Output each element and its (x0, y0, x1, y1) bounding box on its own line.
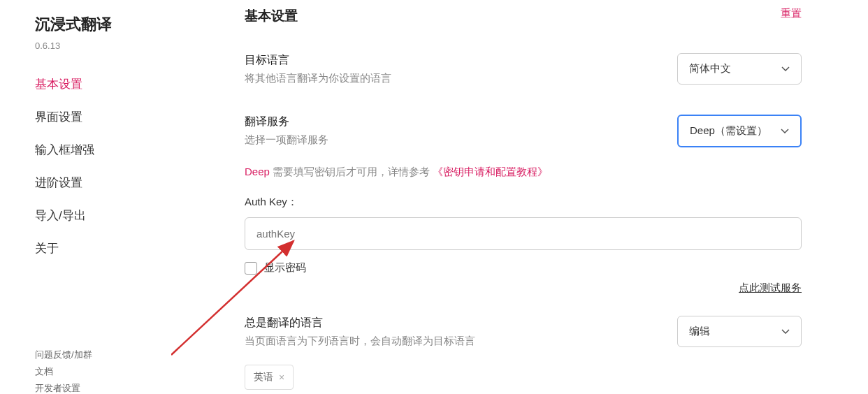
service-value: Deep（需设置） (690, 124, 767, 138)
service-info-text: 需要填写密钥后才可用，详情参考 (270, 166, 433, 177)
service-info-link[interactable]: 《密钥申请和配置教程》 (433, 166, 548, 177)
sidebar: 沉浸式翻译 0.6.13 基本设置 界面设置 输入框增强 进阶设置 导入/导出 … (0, 0, 217, 394)
nav-item-import-export[interactable]: 导入/导出 (35, 199, 217, 232)
service-desc: 选择一项翻译服务 (245, 133, 328, 147)
service-select[interactable]: Deep（需设置） (677, 115, 802, 147)
footer-links: 问题反馈/加群 文档 开发者设置 (35, 349, 217, 394)
footer-feedback[interactable]: 问题反馈/加群 (35, 349, 217, 361)
target-lang-select[interactable]: 简体中文 (677, 53, 802, 85)
footer-docs[interactable]: 文档 (35, 365, 217, 378)
nav-item-about[interactable]: 关于 (35, 232, 217, 265)
nav-item-input[interactable]: 输入框增强 (35, 133, 217, 166)
service-info: Deep 需要填写密钥后才可用，详情参考 《密钥申请和配置教程》 (245, 166, 802, 179)
app-title: 沉浸式翻译 (35, 14, 217, 35)
tag-remove[interactable]: × (279, 372, 284, 383)
nav-item-basic[interactable]: 基本设置 (35, 68, 217, 101)
always-translate-value: 编辑 (689, 325, 710, 338)
nav-item-advanced[interactable]: 进阶设置 (35, 166, 217, 199)
always-translate-title: 总是翻译的语言 (245, 316, 475, 330)
chevron-down-icon (781, 129, 789, 133)
always-translate-desc: 当页面语言为下列语言时，会自动翻译为目标语言 (245, 335, 475, 348)
target-lang-title: 目标语言 (245, 53, 391, 68)
chevron-down-icon (781, 329, 790, 334)
reset-link[interactable]: 重置 (781, 7, 802, 20)
tag-label: 英语 (254, 371, 273, 384)
language-tag: 英语 × (245, 365, 294, 390)
target-lang-value: 简体中文 (689, 62, 731, 75)
test-service-link[interactable]: 点此测试服务 (245, 282, 802, 295)
show-password-checkbox[interactable] (245, 262, 257, 275)
auth-key-input[interactable] (245, 217, 802, 250)
always-translate-select[interactable]: 编辑 (677, 316, 802, 347)
page-title: 基本设置 (245, 7, 298, 25)
service-title: 翻译服务 (245, 115, 328, 129)
chevron-down-icon (781, 66, 790, 71)
service-info-brand: Deep (245, 166, 270, 177)
show-password-label: 显示密码 (264, 261, 306, 275)
nav-item-ui[interactable]: 界面设置 (35, 101, 217, 133)
app-version: 0.6.13 (35, 41, 217, 51)
main-content: 基本设置 重置 目标语言 将其他语言翻译为你设置的语言 简体中文 翻译服务 选择… (217, 0, 868, 394)
footer-dev[interactable]: 开发者设置 (35, 382, 217, 394)
auth-key-label: Auth Key： (245, 196, 802, 209)
target-lang-desc: 将其他语言翻译为你设置的语言 (245, 72, 391, 85)
